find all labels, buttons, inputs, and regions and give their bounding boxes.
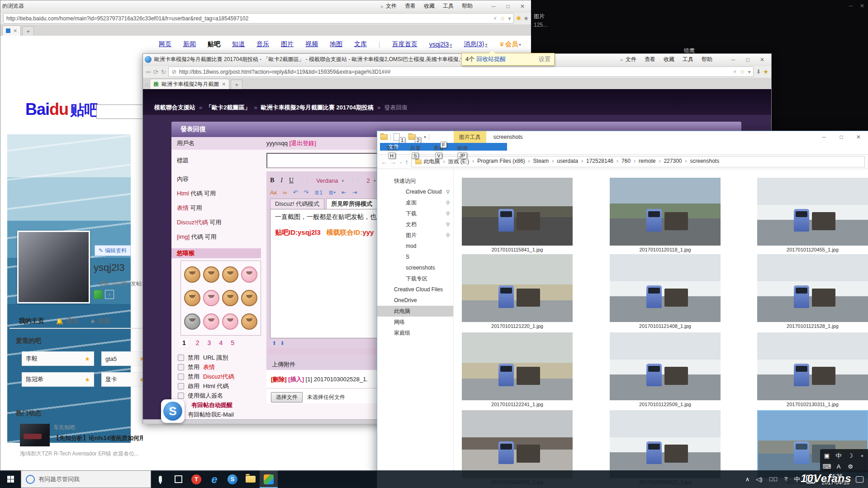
- file-explorer-icon[interactable]: [242, 470, 260, 488]
- app-s-browser-icon[interactable]: S: [223, 470, 242, 488]
- downloads-icon[interactable]: ★: [523, 15, 529, 22]
- baidu-nav-link[interactable]: 贴吧: [208, 40, 220, 48]
- address-segment[interactable]: Steam: [525, 158, 549, 166]
- breadcrumb-item[interactable]: 「歐卡2截圖區」: [199, 104, 250, 112]
- tree-item[interactable]: 下载专区: [377, 273, 453, 284]
- smiley-page[interactable]: 1: [180, 339, 188, 346]
- address-segment[interactable]: 游戏 (E:): [440, 158, 470, 166]
- baidu-user-link[interactable]: 百度首页: [392, 40, 417, 48]
- refresh-icon[interactable]: ↻: [161, 68, 166, 76]
- checkbox-icon[interactable]: [178, 355, 184, 361]
- tree-item[interactable]: OneDrive: [377, 295, 453, 306]
- dropdown-icon[interactable]: ▾: [748, 69, 750, 75]
- win1-url[interactable]: http://tieba.baidu.com/home/main?id=9523…: [6, 15, 490, 22]
- file-item[interactable]: 20170101122241_1.jpg: [462, 332, 573, 407]
- taskbar-search[interactable]: 有问题尽管问我: [21, 470, 151, 488]
- smiley-icon[interactable]: [222, 266, 238, 283]
- tree-item[interactable]: 下载 ⚲: [377, 208, 453, 219]
- feed-source[interactable]: 车先知吧: [53, 424, 143, 431]
- ime-icon[interactable]: ▣: [824, 452, 830, 459]
- smiley-category[interactable]: 悠嘻猴: [171, 248, 261, 258]
- language-icon[interactable]: 中: [794, 475, 800, 483]
- ime-icon[interactable]: ⌨: [823, 463, 831, 470]
- file-thumbnail[interactable]: [462, 178, 573, 246]
- avatar[interactable]: [17, 231, 90, 303]
- menu-item[interactable]: 文件: [626, 56, 636, 63]
- recent-dropdown-icon[interactable]: ⌄: [399, 160, 403, 164]
- dim-close-icon[interactable]: ✕: [860, 3, 864, 9]
- file-item[interactable]: 20170101120118_1.jpg: [610, 178, 721, 252]
- smiley-icon[interactable]: [203, 313, 219, 330]
- customize-qat-icon[interactable]: ▾: [424, 135, 426, 139]
- attachment-delete-link[interactable]: [刪除]: [271, 376, 287, 383]
- volume-icon[interactable]: ◁): [756, 476, 762, 483]
- address-segment[interactable]: remote: [631, 158, 655, 166]
- ime-icon[interactable]: ☽: [848, 452, 853, 459]
- address-segment[interactable]: 172528146: [578, 158, 613, 166]
- favorites-icon[interactable]: ★: [763, 68, 768, 75]
- translate-icon[interactable]: ⚡: [493, 15, 497, 22]
- baidu-nav-link[interactable]: 图片: [281, 40, 294, 48]
- smiley-page[interactable]: 3: [208, 339, 211, 346]
- checkbox-icon[interactable]: [178, 374, 184, 380]
- indent-icon[interactable]: ⇥: [352, 189, 357, 196]
- file-thumbnail[interactable]: [757, 178, 868, 246]
- profile-tab[interactable]: ★收藏: [86, 317, 114, 325]
- start-button[interactable]: [0, 470, 21, 488]
- active-app-icon[interactable]: [260, 470, 278, 488]
- file-item[interactable]: 20170101120455_1.jpg: [757, 178, 868, 252]
- file-thumbnail[interactable]: [610, 178, 721, 246]
- breadcrumb-item[interactable]: 歐洲卡車模擬2每月截圖比賽 201704期投稿: [254, 104, 373, 112]
- checkbox-icon[interactable]: [178, 383, 184, 389]
- download-manager-icon[interactable]: ⬇: [756, 68, 761, 75]
- win1-titlebar[interactable]: 的浏览器 » 文件查看收藏工具帮助 ─ □ ✕: [0, 0, 531, 12]
- ribbon-tab[interactable]: 管理JP: [451, 143, 474, 154]
- minimize-icon[interactable]: ─: [486, 2, 501, 11]
- win2-titlebar[interactable]: 歐洲卡車模擬2每月截圖比賽 201704期投稿 - 「歐卡2截圖區」 - 模載聯…: [143, 54, 771, 65]
- translate-icon[interactable]: ⚡: [733, 69, 736, 75]
- checkbox-icon[interactable]: [178, 393, 184, 399]
- tree-item[interactable]: Creative Cloud Files: [377, 284, 453, 295]
- new-tab-button[interactable]: +: [22, 26, 34, 36]
- menu-item[interactable]: 收藏: [664, 56, 674, 63]
- action-center-icon[interactable]: [856, 476, 863, 483]
- baidu-user-link[interactable]: ♛会员▾: [499, 40, 521, 48]
- file-thumbnail[interactable]: [610, 254, 721, 322]
- feed-headline[interactable]: 【先知分析】论nfs14渣画质如何用机(ke: [53, 434, 143, 442]
- app-t-icon[interactable]: T: [187, 470, 205, 488]
- option-checkbox[interactable]: 禁用 URL 識別: [178, 353, 266, 362]
- win2-url[interactable]: http://bbs.18wos.org/post.html?action=re…: [179, 69, 730, 75]
- address-segment[interactable]: Program Files (x86): [469, 158, 525, 166]
- new-tab-button[interactable]: +: [231, 80, 242, 89]
- forward-icon[interactable]: →: [390, 158, 396, 166]
- down-arrow-icon[interactable]: ⬇: [280, 340, 285, 346]
- forward-icon[interactable]: ⟳: [153, 68, 159, 76]
- address-segment[interactable]: 760: [613, 158, 631, 166]
- baidu-nav-link[interactable]: 音乐: [256, 40, 269, 48]
- smiley-icon[interactable]: [222, 313, 238, 330]
- tree-item[interactable]: S: [377, 251, 453, 262]
- dropdown-icon[interactable]: ▾: [508, 15, 511, 22]
- choose-file-button[interactable]: 选择文件: [271, 392, 303, 403]
- menu-overflow-icon[interactable]: »: [380, 4, 383, 9]
- browser-floating-logo[interactable]: S: [161, 399, 185, 423]
- recycle-notify-balloon[interactable]: 4个 回收站提醒 设置: [461, 53, 555, 66]
- ribbon-tab[interactable]: 主页H: [380, 143, 403, 154]
- option-checkbox[interactable]: 使用個人簽名: [178, 391, 266, 400]
- tab-wysiwyg-mode[interactable]: 所見即所得模式: [326, 199, 377, 209]
- ime-icon[interactable]: A: [837, 463, 841, 470]
- smiley-icon[interactable]: [184, 266, 200, 283]
- liked-bar-item[interactable]: 显卡★: [101, 372, 149, 387]
- file-item[interactable]: 20170101122509_1.jpg: [610, 332, 721, 407]
- attachment-insert-link[interactable]: [插入]: [288, 376, 304, 383]
- maximize-icon[interactable]: □: [834, 133, 849, 142]
- tree-item[interactable]: 此电脑: [377, 306, 453, 317]
- baidu-nav-link[interactable]: 视频: [305, 40, 318, 48]
- menu-item[interactable]: 查看: [405, 2, 416, 10]
- back-icon[interactable]: ←: [381, 158, 387, 166]
- menu-item[interactable]: 帮助: [462, 2, 473, 10]
- tree-item[interactable]: 家庭组: [377, 327, 453, 338]
- smiley-icon[interactable]: [241, 313, 257, 330]
- tab-close-icon[interactable]: ✕: [222, 81, 226, 87]
- explorer-titlebar[interactable]: 1 2 ▾ 图片工具 screenshots ─ □ ✕: [377, 131, 868, 143]
